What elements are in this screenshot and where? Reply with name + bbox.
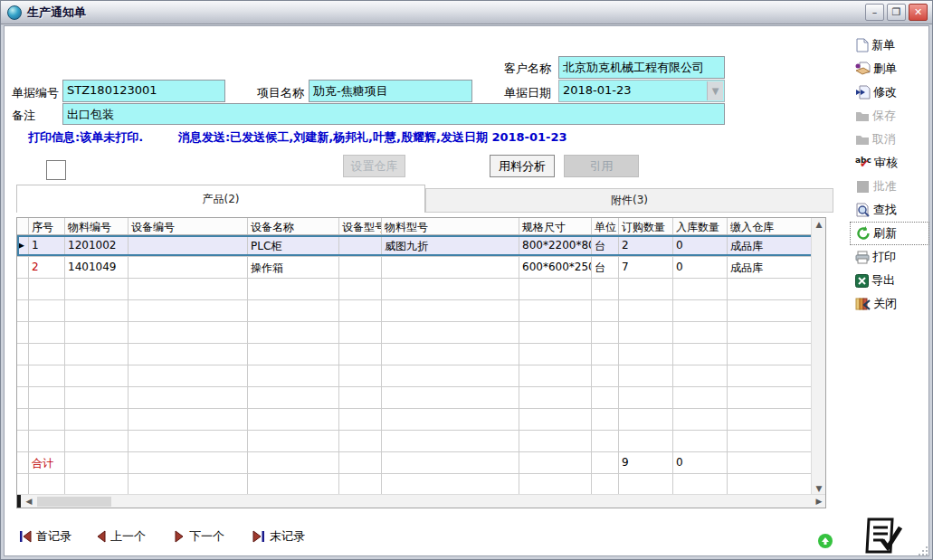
col-header[interactable]: 设备型号 [339,218,382,234]
message-sent-text: 消息发送:已发送候工,刘建新,杨邦礼,叶慧,殷耀辉,发送日期 2018-01-2… [178,129,567,146]
cell-order-qty: 2 [619,235,673,256]
cell-equip-model [339,257,382,278]
date-picker[interactable]: 2018-01-23 ▼ [558,80,725,102]
cell-seq: 2 [29,257,65,278]
col-header[interactable]: 入库数量 [673,218,728,234]
material-analysis-button[interactable]: 用料分析 [490,155,555,177]
table-row[interactable]: ▶ 1 1201002 PLC柜 威图九折 800*2200*800 台 2 0… [17,235,825,257]
project-input[interactable]: 劢克-焦糖项目 [309,80,472,102]
tab-products[interactable]: 产品(2) [16,185,425,213]
sidebar-item-refresh[interactable]: 刷新 [850,222,929,245]
products-grid: 序号 物料编号 设备编号 设备名称 设备型号 物料型号 规格尺寸 单位 订购数量… [16,217,826,508]
col-header[interactable]: 缴入仓库 [728,218,813,234]
date-label: 单据日期 [504,85,551,101]
col-header[interactable]: 设备编号 [129,218,248,234]
cell-material-model [382,257,519,278]
scroll-left-icon[interactable]: ◀ [22,495,36,508]
scroll-right-icon[interactable]: ▶ [812,495,826,508]
cell-material-model: 威图九折 [382,235,519,256]
cell-spec: 600*600*250 [519,257,592,278]
cell-in-qty: 0 [673,235,728,256]
customer-label: 客户名称 [504,61,551,77]
nav-previous-record[interactable]: 上一个 [96,528,146,545]
sidebar-item-cancel: 取消 [850,128,929,151]
current-row-indicator-icon: ▶ [18,241,24,250]
sidebar-item-find[interactable]: 查找 [850,198,929,222]
vertical-scrollbar[interactable]: ▲ ▼ [811,218,825,496]
sidebar-item-modify[interactable]: 修改 [850,81,929,104]
refresh-icon [856,226,871,241]
cell-unit: 台 [592,257,619,278]
maximize-button[interactable]: ❐ [887,4,906,21]
audit-icon: abc✔ [855,156,871,170]
cell-equip-model [339,235,382,256]
grid-edge-marker [17,495,21,508]
col-header[interactable]: 物料型号 [382,218,519,234]
delete-doc-icon [855,62,871,76]
cell-material-no: 1401049 [65,257,129,278]
col-header[interactable]: 设备名称 [248,218,339,234]
nav-last-record[interactable]: 末记录 [252,528,305,545]
tab-attachments[interactable]: 附件(3) [425,188,833,213]
totals-row: 合计 9 0 [17,452,825,474]
doc-no-label: 单据编号 [12,85,59,101]
last-record-icon [252,530,265,543]
save-icon [855,109,870,122]
nav-first-record[interactable]: 首记录 [19,528,71,545]
first-record-icon [19,530,32,543]
select-checkbox[interactable] [46,160,66,180]
table-row[interactable]: 2 1401049 操作箱 600*600*250 台 7 0 成品库 [17,257,825,279]
sidebar-item-save: 保存 [850,104,929,128]
export-excel-icon [855,274,869,288]
window-controls: – ❐ ✕ [865,4,928,21]
sidebar-item-close[interactable]: 关闭 [850,292,929,316]
close-button[interactable]: ✕ [909,4,928,21]
sidebar-item-print[interactable]: 打印 [850,245,929,269]
cell-in-qty: 0 [673,257,728,278]
cell-order-qty: 7 [619,257,673,278]
document-check-icon [861,513,904,556]
totals-order-qty: 9 [619,452,673,473]
cell-equip-no [129,235,248,256]
col-header[interactable]: 订购数量 [619,218,673,234]
totals-in-qty: 0 [673,452,728,473]
cell-equip-name: PLC柜 [248,235,339,256]
col-header[interactable]: 单位 [592,218,619,234]
col-header[interactable]: 物料编号 [65,218,129,234]
cell-material-no: 1201002 [65,235,129,256]
col-header[interactable]: 序号 [29,218,65,234]
find-icon [855,203,871,217]
sidebar-item-export[interactable]: 导出 [850,269,929,292]
resize-grip[interactable] [918,546,928,556]
sidebar-item-delete[interactable]: 删单 [850,57,929,81]
print-icon [855,251,870,264]
hscroll-thumb[interactable] [37,497,111,507]
new-doc-icon [855,38,869,52]
nav-next-record[interactable]: 下一个 [175,528,224,545]
remark-input[interactable]: 出口包装 [62,103,725,125]
totals-label: 合计 [29,452,65,473]
print-info-text: 打印信息:该单未打印. [28,129,143,146]
minimize-button[interactable]: – [865,4,884,21]
sidebar-item-approve: 批准 [850,175,929,198]
cell-warehouse: 成品库 [728,235,813,256]
doc-no-input[interactable]: STZ180123001 [62,80,225,102]
cell-equip-no [129,257,248,278]
cancel-icon [855,133,870,146]
project-label: 项目名称 [257,85,304,101]
empty-grid-rows [17,279,825,452]
modify-icon [855,85,871,100]
cell-unit: 台 [592,235,619,256]
action-sidebar: 新单 删单 修改 保存 取消 abc✔ 审核 批准 查找 [850,33,929,316]
empty-grid-rows [17,474,825,496]
scroll-up-icon[interactable]: ▲ [812,218,826,232]
chevron-down-icon[interactable]: ▼ [707,81,723,100]
date-value: 2018-01-23 [563,83,632,97]
horizontal-scrollbar[interactable]: ◀ ▶ [17,494,826,508]
app-sphere-icon [7,5,22,20]
sidebar-item-audit[interactable]: abc✔ 审核 [850,151,929,175]
remark-label: 备注 [12,108,35,124]
sidebar-item-new[interactable]: 新单 [850,33,929,57]
customer-input[interactable]: 北京劢克机械工程有限公司 [558,56,725,79]
col-header[interactable]: 规格尺寸 [519,218,592,234]
